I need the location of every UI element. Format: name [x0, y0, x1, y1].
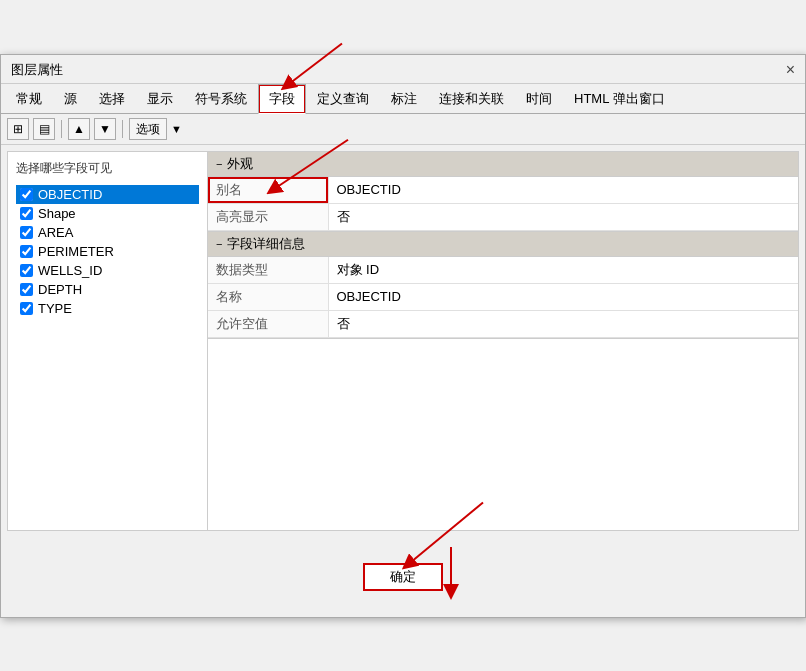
- toolbar-options-btn[interactable]: 选项: [129, 118, 167, 140]
- tab-选择[interactable]: 选择: [88, 84, 136, 114]
- tab-显示[interactable]: 显示: [136, 84, 184, 114]
- field-label-depth: DEPTH: [38, 282, 82, 297]
- appearance-row-别名: 别名OBJECTID: [208, 177, 798, 204]
- tab-HTML-弹出窗口[interactable]: HTML 弹出窗口: [563, 84, 676, 114]
- appearance-label-别名: 别名: [208, 177, 328, 204]
- field-checkbox-objectid[interactable]: [20, 188, 33, 201]
- tab-字段[interactable]: 字段: [258, 84, 306, 114]
- bottom-area: 确定: [1, 537, 805, 617]
- field-checkbox-perimeter[interactable]: [20, 245, 33, 258]
- appearance-section-title: 外观: [227, 155, 253, 173]
- details-section: − 字段详细信息 数据类型对象 ID名称OBJECTID允许空值否: [208, 232, 798, 339]
- details-value-名称: OBJECTID: [328, 283, 798, 310]
- tab-定义查询[interactable]: 定义查询: [306, 84, 380, 114]
- field-item-perimeter[interactable]: PERIMETER: [16, 242, 199, 261]
- tab-常规[interactable]: 常规: [5, 84, 53, 114]
- title-bar: 图层属性 ×: [1, 55, 805, 84]
- details-label-数据类型: 数据类型: [208, 257, 328, 284]
- field-item-depth[interactable]: DEPTH: [16, 280, 199, 299]
- field-label-perimeter: PERIMETER: [38, 244, 114, 259]
- field-label-wells_id: WELLS_ID: [38, 263, 102, 278]
- field-list-title: 选择哪些字段可见: [16, 160, 199, 177]
- toolbar-up-btn[interactable]: ▲: [68, 118, 90, 140]
- tab-时间[interactable]: 时间: [515, 84, 563, 114]
- details-row-数据类型: 数据类型对象 ID: [208, 257, 798, 284]
- toolbar-down-btn[interactable]: ▼: [94, 118, 116, 140]
- details-table: 数据类型对象 ID名称OBJECTID允许空值否: [208, 257, 798, 338]
- right-panel: − 外观 别名OBJECTID高亮显示否 − 字段详细信息 数据类型对象 ID名…: [208, 152, 798, 530]
- details-toggle[interactable]: −: [216, 238, 222, 250]
- field-item-area[interactable]: AREA: [16, 223, 199, 242]
- toolbar: ⊞ ▤ ▲ ▼ 选项 ▼: [1, 114, 805, 145]
- appearance-row-高亮显示: 高亮显示否: [208, 203, 798, 230]
- details-row-名称: 名称OBJECTID: [208, 283, 798, 310]
- toolbar-grid-btn[interactable]: ⊞: [7, 118, 29, 140]
- details-section-title: 字段详细信息: [227, 235, 305, 253]
- field-item-objectid[interactable]: OBJECTID: [16, 185, 199, 204]
- field-label-objectid: OBJECTID: [38, 187, 102, 202]
- field-checkbox-wells_id[interactable]: [20, 264, 33, 277]
- toolbar-list-btn[interactable]: ▤: [33, 118, 55, 140]
- content-area: 选择哪些字段可见 OBJECTIDShapeAREAPERIMETERWELLS…: [7, 151, 799, 531]
- field-checkbox-depth[interactable]: [20, 283, 33, 296]
- field-checkbox-type[interactable]: [20, 302, 33, 315]
- appearance-toggle[interactable]: −: [216, 158, 222, 170]
- appearance-section: − 外观 别名OBJECTID高亮显示否: [208, 152, 798, 232]
- details-section-header: − 字段详细信息: [208, 232, 798, 257]
- field-item-wells_id[interactable]: WELLS_ID: [16, 261, 199, 280]
- tab-符号系统[interactable]: 符号系统: [184, 84, 258, 114]
- details-label-名称: 名称: [208, 283, 328, 310]
- appearance-section-header: − 外观: [208, 152, 798, 177]
- toolbar-separator-1: [61, 120, 62, 138]
- appearance-label-高亮显示: 高亮显示: [208, 203, 328, 230]
- tabs-bar: 常规源选择显示符号系统字段定义查询标注连接和关联时间HTML 弹出窗口: [1, 84, 805, 114]
- field-list: OBJECTIDShapeAREAPERIMETERWELLS_IDDEPTHT…: [16, 185, 199, 318]
- field-item-shape[interactable]: Shape: [16, 204, 199, 223]
- toolbar-separator-2: [122, 120, 123, 138]
- field-label-type: TYPE: [38, 301, 72, 316]
- appearance-value-别名[interactable]: OBJECTID: [328, 177, 798, 204]
- field-label-area: AREA: [38, 225, 73, 240]
- details-value-数据类型: 对象 ID: [328, 257, 798, 284]
- right-bottom-panel: [208, 339, 798, 530]
- details-label-允许空值: 允许空值: [208, 310, 328, 337]
- tab-源[interactable]: 源: [53, 84, 88, 114]
- field-label-shape: Shape: [38, 206, 76, 221]
- appearance-value-高亮显示: 否: [328, 203, 798, 230]
- details-row-允许空值: 允许空值否: [208, 310, 798, 337]
- tab-连接和关联[interactable]: 连接和关联: [428, 84, 515, 114]
- left-panel: 选择哪些字段可见 OBJECTIDShapeAREAPERIMETERWELLS…: [8, 152, 208, 530]
- window-title: 图层属性: [11, 61, 63, 79]
- tab-标注[interactable]: 标注: [380, 84, 428, 114]
- confirm-button[interactable]: 确定: [363, 563, 443, 591]
- field-item-type[interactable]: TYPE: [16, 299, 199, 318]
- field-checkbox-shape[interactable]: [20, 207, 33, 220]
- field-checkbox-area[interactable]: [20, 226, 33, 239]
- main-window: 图层属性 × 常规源选择显示符号系统字段定义查询标注连接和关联时间HTML 弹出…: [0, 54, 806, 618]
- details-value-允许空值: 否: [328, 310, 798, 337]
- close-button[interactable]: ×: [784, 61, 797, 79]
- options-dropdown-arrow[interactable]: ▼: [171, 123, 182, 135]
- appearance-table: 别名OBJECTID高亮显示否: [208, 177, 798, 231]
